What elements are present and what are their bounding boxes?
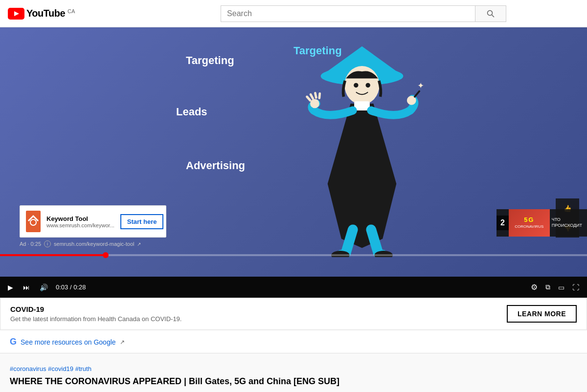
search-area: [221, 5, 506, 22]
youtube-logo[interactable]: YouTube CA: [8, 8, 75, 20]
svg-line-13: [315, 93, 316, 97]
google-resources: G See more resources on Google ↗: [0, 331, 587, 353]
svg-point-10: [310, 99, 319, 109]
fullscreen-icon: [572, 283, 579, 291]
settings-button[interactable]: [529, 281, 540, 294]
next-thumb-text: 5G CORONAVIRUS: [515, 216, 543, 229]
external-link-icon: ↗: [120, 339, 125, 346]
svg-point-2: [488, 10, 493, 15]
progress-bar-fill: [0, 254, 106, 256]
volume-icon: [40, 283, 48, 291]
ad-start-button[interactable]: Start here: [120, 214, 164, 229]
covid-left: COVID-19 Get the latest information from…: [10, 305, 181, 323]
svg-line-3: [492, 15, 495, 17]
svg-point-8: [366, 83, 370, 87]
logo-area: YouTube CA: [8, 8, 75, 20]
ad-brand-name: Keyword Tool: [46, 215, 114, 222]
svg-line-14: [319, 93, 320, 98]
video-area[interactable]: Targeting Targeting Leads Advertising: [0, 27, 587, 277]
next-button[interactable]: [21, 282, 32, 293]
play-icon: [8, 283, 13, 291]
ad-full-url: semrush.com/keyword-magic-tool: [54, 241, 134, 247]
wizard-scene: Targeting Targeting Leads Advertising: [0, 27, 587, 277]
theater-button[interactable]: [556, 282, 566, 293]
svg-line-11: [307, 97, 311, 101]
country-code: CA: [68, 8, 75, 14]
youtube-icon: [8, 8, 24, 20]
total-time: 0:28: [73, 283, 86, 291]
search-button[interactable]: [475, 5, 506, 22]
ad-text-area: Keyword Tool www.semrush.com/keywor...: [46, 215, 114, 228]
theater-icon: [558, 283, 564, 291]
progress-bar[interactable]: [0, 254, 587, 256]
covid-text: Get the latest information from Health C…: [10, 315, 181, 323]
svg-line-12: [311, 94, 313, 98]
header: YouTube CA: [0, 0, 587, 27]
ad-logo: [26, 211, 41, 232]
video-info: #coronavirus #covid19 #truth WHERE THE C…: [0, 361, 587, 392]
ad-time: Ad · 0:25: [20, 241, 41, 247]
svg-point-26: [30, 219, 36, 225]
ad-ext-icon: ↗: [137, 241, 141, 247]
main-content: Targeting Targeting Leads Advertising: [0, 27, 587, 392]
miniplayer-button[interactable]: [543, 281, 552, 293]
learn-more-button[interactable]: LEARN MORE: [507, 305, 577, 323]
google-resources-link[interactable]: See more resources on Google: [21, 338, 116, 346]
ad-url: www.semrush.com/keywor...: [46, 222, 114, 228]
next-icon: [23, 283, 30, 291]
wizard-illustration: ✦ ✦ ✦: [276, 37, 448, 257]
video-tags[interactable]: #coronavirus #covid19 #truth: [10, 365, 577, 372]
next-video-overlay[interactable]: 2 5G CORONAVIRUS ЧТО ПРОИСХОДИТ: [497, 209, 587, 237]
fullscreen-button[interactable]: [570, 282, 581, 293]
next-video-thumbnail: 5G CORONAVIRUS: [509, 209, 550, 237]
targeting-label-left: Targeting: [186, 54, 234, 67]
play-button[interactable]: [6, 282, 15, 293]
settings-icon: [531, 283, 538, 292]
miniplayer-icon: [545, 283, 550, 291]
svg-text:✦: ✦: [417, 81, 424, 90]
progress-dot: [103, 252, 109, 258]
time-display: 0:03 / 0:28: [56, 283, 86, 291]
covid-banner: COVID-19 Get the latest information from…: [0, 298, 587, 330]
ad-info-icon[interactable]: i: [44, 240, 51, 247]
volume-button[interactable]: [38, 282, 50, 293]
next-video-number: 2: [497, 216, 509, 230]
search-icon: [487, 10, 495, 18]
advertising-label: Advertising: [186, 159, 245, 172]
ctrl-right: [529, 281, 581, 294]
current-time: 0:03: [56, 283, 68, 291]
svg-line-16: [415, 91, 419, 97]
leads-label: Leads: [176, 106, 207, 118]
search-input[interactable]: [221, 5, 475, 22]
ad-footer: Ad · 0:25 i semrush.com/keyword-magic-to…: [20, 240, 141, 247]
video-title: WHERE THE CORONAVIRUS APPEARED | Bill Ga…: [10, 375, 577, 388]
video-player-container: Targeting Targeting Leads Advertising: [0, 27, 587, 298]
svg-point-7: [354, 83, 358, 87]
covid-title: COVID-19: [10, 305, 181, 313]
video-controls: 0:03 / 0:28: [0, 277, 587, 298]
youtube-text: YouTube: [26, 8, 65, 19]
next-video-title: ЧТО ПРОИСХОДИТ: [550, 215, 587, 230]
ad-banner: Keyword Tool www.semrush.com/keywor... S…: [20, 205, 166, 238]
google-g-icon: G: [10, 337, 17, 347]
ad-logo-text: [26, 214, 41, 229]
